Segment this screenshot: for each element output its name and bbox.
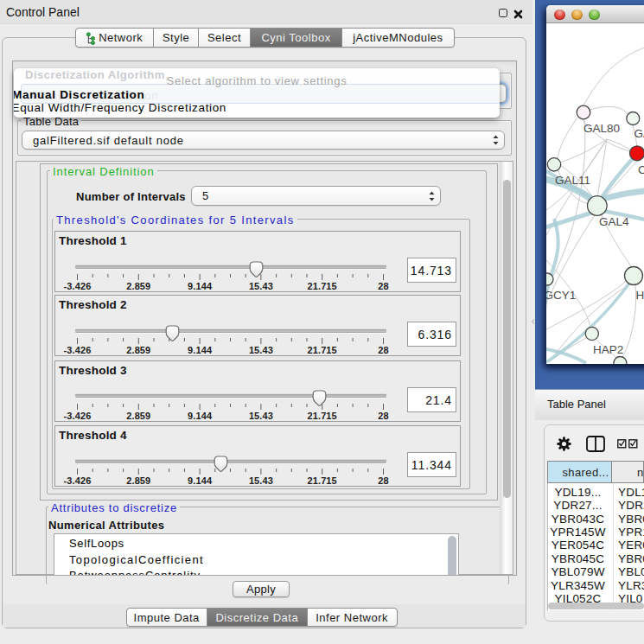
svg-text:GA: GA: [634, 127, 644, 140]
svg-text:H: H: [636, 289, 644, 302]
svg-text:GAL11: GAL11: [555, 174, 590, 187]
svg-text:GAL80: GAL80: [583, 122, 620, 135]
svg-text:GAL4: GAL4: [599, 215, 629, 228]
svg-text:C: C: [638, 163, 644, 176]
svg-text:HAP2: HAP2: [593, 343, 623, 356]
svg-text:GCY1: GCY1: [546, 289, 576, 302]
